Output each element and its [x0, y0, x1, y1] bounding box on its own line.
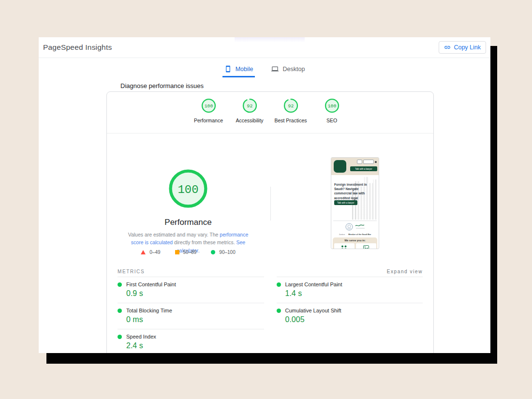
performance-gauge[interactable]: 100 — [168, 168, 208, 211]
thumb-serve-title: We serve you in: — [333, 239, 377, 242]
thumb-caption-right: Member of the Saudi Bar — [348, 233, 371, 236]
legend-fail-triangle-icon — [141, 250, 146, 254]
legend-item: 90–100 — [211, 250, 235, 255]
metric-speed-index: Speed Index 2.4 s — [118, 329, 264, 353]
metric-pass-dot-icon — [118, 335, 122, 339]
copy-link-label: Copy Link — [454, 44, 481, 51]
panel-header: PageSpeed Insights Copy Link — [39, 37, 490, 58]
legend-item: 50–89 — [175, 250, 197, 255]
legend-item: 0–49 — [141, 250, 160, 255]
diagnose-row: Diagnose performance issues — [106, 82, 490, 89]
metrics-header: METRICS Expand view — [107, 264, 433, 277]
score-gauge: 100 — [325, 98, 340, 113]
metric-label: Total Blocking Time — [126, 308, 172, 313]
svg-text:92: 92 — [288, 103, 294, 109]
thumb-header-controls — [357, 160, 377, 164]
svg-text:92: 92 — [247, 103, 252, 109]
legend-range: 50–89 — [183, 250, 197, 255]
diagnose-radio[interactable] — [106, 82, 114, 89]
copy-link-button[interactable]: Copy Link — [439, 41, 486, 54]
thumb-search-control — [357, 160, 362, 164]
svg-text:100: 100 — [327, 103, 336, 109]
metric-pass-dot-icon — [277, 282, 281, 287]
metrics-columns: First Contentful Paint 0.9 s Total Block… — [107, 277, 433, 353]
expand-view-link[interactable]: Expand view — [387, 269, 423, 274]
thumb-serve-cards — [333, 243, 377, 249]
svg-text:100: 100 — [178, 183, 199, 196]
metric-largest-contentful-paint: Largest Contentful Paint 1.4 s — [277, 277, 423, 303]
category-label: Best Practices — [274, 118, 307, 123]
metric-pass-dot-icon — [277, 309, 281, 313]
tab-desktop[interactable]: Desktop — [269, 64, 307, 77]
score-gauge: 100 — [168, 168, 208, 209]
category-seo[interactable]: 100 SEO — [311, 98, 353, 133]
tab-mobile-label: Mobile — [236, 66, 253, 73]
score-gauge: 92 — [283, 98, 298, 113]
vertical-divider — [270, 187, 271, 221]
svg-text:100: 100 — [204, 103, 213, 109]
category-label: SEO — [326, 118, 337, 123]
metric-total-blocking-time: Total Blocking Time 0 ms — [118, 303, 264, 329]
metric-pass-dot-icon — [118, 309, 122, 313]
metric-value: 2.4 s — [126, 341, 264, 350]
tab-mobile[interactable]: Mobile — [222, 64, 255, 77]
metric-label: Cumulative Layout Shift — [285, 308, 341, 313]
thumb-header-cta: Talk with a lawyer — [350, 166, 377, 171]
legend-range: 90–100 — [219, 250, 235, 255]
device-tabs: Mobile Desktop — [39, 64, 490, 77]
thumb-caption: Justice Member of the Saudi Bar — [331, 233, 379, 236]
report-card: 100 Performance 92 Accessibility 92 Best… — [106, 91, 434, 353]
metric-pass-dot-icon — [118, 282, 122, 287]
metric-value: 0.9 s — [126, 289, 264, 298]
score-legend: 0–49 50–89 90–100 — [128, 250, 249, 255]
legend-average-square-icon — [175, 250, 179, 254]
description-text: directly from these metrics. — [173, 239, 236, 245]
thumb-serve-panel: We serve you in: — [333, 237, 377, 249]
legend-range: 0–49 — [149, 250, 160, 255]
page-title: PageSpeed Insights — [43, 43, 112, 52]
metric-first-contentful-paint: First Contentful Paint 0.9 s — [118, 277, 264, 303]
metrics-column-left: First Contentful Paint 0.9 s Total Block… — [118, 277, 264, 353]
page-screenshot-thumbnail[interactable]: Talk with a lawyer Foreign investment in… — [331, 157, 379, 249]
category-best-practices[interactable]: 92 Best Practices — [270, 98, 311, 133]
thumb-site-header: Talk with a lawyer — [331, 158, 379, 175]
metrics-column-right: Largest Contentful Paint 1.4 s Cumulativ… — [277, 277, 423, 353]
category-scores-row: 100 Performance 92 Accessibility 92 Best… — [107, 92, 433, 133]
description-text: Values are estimated and may vary. The — [128, 232, 220, 237]
thumb-serve-card-people — [334, 243, 355, 249]
thumb-site-logo — [334, 160, 346, 173]
metric-label: Largest Contentful Paint — [285, 281, 342, 287]
metric-value: 0 ms — [126, 315, 264, 324]
metric-value: 1.4 s — [285, 289, 423, 298]
performance-section: 100 Performance Values are estimated and… — [107, 133, 433, 264]
thumb-zoom-controls — [363, 160, 374, 164]
thumb-serve-card-image — [356, 243, 376, 249]
tab-desktop-label: Desktop — [282, 66, 305, 73]
legend-pass-circle-icon — [211, 250, 215, 254]
thumb-emblem-row: Justice Member of the Saudi Bar — [331, 221, 379, 236]
thumb-caption-left: Justice — [339, 233, 345, 236]
diagnose-label: Diagnose performance issues — [120, 82, 204, 89]
thumb-hero: Foreign investment in Saudi? Navigate co… — [331, 175, 379, 221]
metric-cumulative-layout-shift: Cumulative Layout Shift 0.005 — [277, 303, 423, 329]
thumb-bar-association-emblem — [345, 222, 366, 231]
link-icon — [444, 44, 451, 51]
category-label: Performance — [194, 118, 223, 123]
thumb-hero-cta: Talk with a lawyer — [334, 200, 357, 205]
category-performance[interactable]: 100 Performance — [188, 98, 229, 133]
performance-title: Performance — [128, 218, 249, 227]
people-icon — [340, 245, 348, 249]
thumb-menu-dot — [375, 161, 377, 163]
score-gauge: 100 — [201, 98, 216, 113]
metrics-heading: METRICS — [118, 269, 145, 274]
mobile-phone-icon — [224, 65, 232, 73]
score-gauge: 92 — [242, 98, 257, 113]
desktop-laptop-icon — [271, 65, 279, 73]
pagespeed-panel: PageSpeed Insights Copy Link Mobile Desk… — [39, 37, 490, 353]
category-label: Accessibility — [236, 118, 263, 123]
metric-label: Speed Index — [126, 334, 156, 340]
image-icon — [363, 245, 369, 249]
metric-value: 0.005 — [285, 315, 423, 324]
metric-label: First Contentful Paint — [126, 281, 176, 287]
category-accessibility[interactable]: 92 Accessibility — [229, 98, 270, 133]
